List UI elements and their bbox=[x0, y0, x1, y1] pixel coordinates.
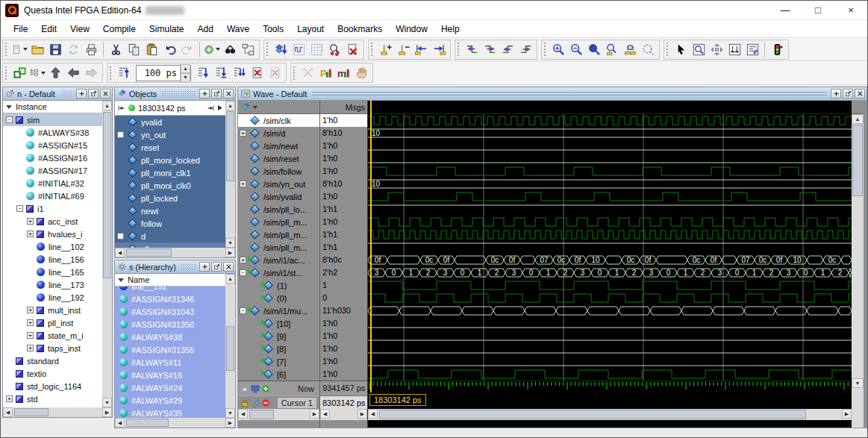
break-button[interactable] bbox=[248, 64, 266, 82]
previous-falling-edge-button[interactable] bbox=[463, 40, 481, 58]
dock-button[interactable] bbox=[76, 89, 87, 98]
process-item[interactable]: #ALWAYS#24 bbox=[115, 381, 225, 394]
expand-hierarchy-button[interactable] bbox=[239, 40, 257, 58]
objects-horizontal-scrollbar[interactable]: ◀ ▶ bbox=[115, 248, 235, 257]
zoom-select-button[interactable] bbox=[639, 40, 657, 58]
wave-signal-row[interactable]: (1) bbox=[238, 279, 319, 292]
close-button[interactable]: × bbox=[834, 1, 867, 20]
scroll-down-button[interactable]: ▼ bbox=[225, 238, 235, 248]
previous-transition-button[interactable] bbox=[412, 40, 430, 58]
scroll-left-button[interactable]: ◀ bbox=[368, 409, 378, 419]
undock-button[interactable] bbox=[88, 89, 99, 98]
undo-button[interactable] bbox=[160, 40, 178, 58]
tree-item[interactable]: #INITIAL#69 bbox=[3, 190, 102, 202]
scroll-left-button[interactable]: ◀ bbox=[115, 418, 125, 428]
scroll-up-button[interactable]: ▲ bbox=[225, 274, 235, 284]
cursor-row[interactable]: Cursor 1 bbox=[238, 395, 319, 410]
next-rising-edge-button[interactable] bbox=[516, 40, 534, 58]
run-length-input[interactable]: 100 ps▲▼ bbox=[136, 65, 191, 81]
dock-button[interactable] bbox=[199, 262, 210, 272]
tree-item[interactable]: std_logic_1164 bbox=[3, 380, 102, 392]
cursor-value[interactable]: 8303142 ps bbox=[320, 395, 367, 410]
zoom-between-cursors-button[interactable] bbox=[621, 40, 639, 58]
structure-vertical-scrollbar[interactable]: ▲ ▼ bbox=[102, 101, 112, 407]
expand-icon[interactable]: + bbox=[27, 332, 34, 339]
collapse-icon[interactable]: - bbox=[6, 116, 13, 123]
zoom-out-button[interactable] bbox=[567, 40, 585, 58]
wave-signal-row[interactable]: +/sim/yn_out bbox=[238, 178, 319, 190]
scroll-down-button[interactable]: ▼ bbox=[225, 408, 235, 418]
scroll-right-button[interactable]: ▶ bbox=[102, 407, 112, 417]
play-icon[interactable] bbox=[216, 104, 224, 112]
tree-item[interactable]: line__173 bbox=[3, 278, 102, 291]
object-item[interactable]: newt bbox=[115, 204, 225, 217]
tree-item[interactable]: line__102 bbox=[3, 240, 102, 253]
collapse-icon[interactable]: - bbox=[240, 307, 246, 314]
wave-signal-row[interactable]: /sim/follow bbox=[238, 165, 319, 178]
panel-grip[interactable] bbox=[60, 91, 72, 96]
pan-mode-button[interactable] bbox=[708, 40, 725, 58]
wave-cursor-line[interactable] bbox=[370, 101, 372, 392]
dock-button[interactable] bbox=[831, 89, 841, 98]
menu-item-file[interactable]: File bbox=[7, 22, 34, 37]
panel-grip[interactable] bbox=[181, 264, 196, 269]
expand-icon[interactable]: + bbox=[27, 345, 34, 351]
process-item[interactable]: line__192 bbox=[115, 287, 225, 292]
continue-run-button[interactable] bbox=[212, 64, 230, 82]
wave-signal-row[interactable]: /sim/pll_lo... bbox=[238, 203, 319, 216]
stop-button[interactable] bbox=[266, 64, 284, 82]
copy-button[interactable] bbox=[125, 40, 143, 58]
zoom-in-button[interactable] bbox=[549, 40, 567, 58]
tree-item[interactable]: line__156 bbox=[3, 253, 102, 266]
expand-icon[interactable]: + bbox=[6, 395, 13, 402]
tree-item[interactable]: +hvalues_i bbox=[3, 228, 102, 240]
names-horizontal-scrollbar[interactable]: ◀ ▶ bbox=[238, 409, 319, 420]
scroll-right-button[interactable]: ▶ bbox=[357, 409, 367, 419]
paste-button[interactable] bbox=[143, 40, 160, 58]
object-item[interactable]: +d bbox=[115, 230, 225, 243]
wave-pattern-button[interactable] bbox=[290, 40, 307, 58]
tree-item[interactable]: +mult_inst bbox=[3, 304, 102, 316]
waveform-traces[interactable]: 10100f0c0f0c0f070c0f100c0f0c0f070c0f100c… bbox=[368, 114, 852, 381]
previous-rising-edge-button[interactable] bbox=[499, 40, 516, 58]
hierarchy-vertical-scrollbar[interactable]: ▲ ▼ bbox=[225, 274, 235, 418]
toolbar-grip[interactable] bbox=[266, 43, 269, 56]
canvas-horizontal-scrollbar[interactable]: ◀ ▶ bbox=[368, 409, 852, 420]
cursor-mode-button[interactable] bbox=[725, 40, 743, 58]
open-file-button[interactable] bbox=[28, 40, 46, 58]
expand-icon[interactable]: + bbox=[117, 131, 124, 138]
expand-icon[interactable]: + bbox=[27, 218, 34, 225]
wave-signal-row[interactable]: /sim/clk bbox=[238, 114, 319, 127]
menu-item-tools[interactable]: Tools bbox=[256, 22, 290, 37]
undock-button[interactable] bbox=[843, 89, 853, 98]
wave-signal-row[interactable]: /sim/yvalid bbox=[238, 190, 319, 203]
tree-item[interactable]: #INITIAL#32 bbox=[3, 177, 102, 190]
object-item[interactable]: clk bbox=[115, 243, 225, 248]
scroll-up-button[interactable]: ▲ bbox=[852, 114, 864, 124]
collapse-icon[interactable]: - bbox=[240, 269, 246, 276]
zoom-mode-button[interactable] bbox=[690, 40, 708, 58]
wave-signal-row[interactable]: /sim/pll_m... bbox=[238, 241, 319, 254]
wave-vertical-scrollbar[interactable]: ▲ ▼ bbox=[852, 101, 864, 428]
wave-signal-row[interactable]: [7] bbox=[238, 355, 319, 368]
close-panel-button[interactable] bbox=[100, 89, 110, 98]
expand-icon[interactable]: + bbox=[27, 307, 34, 313]
filter-icon[interactable] bbox=[6, 105, 12, 109]
waveform-canvas[interactable]: 10100f0c0f0c0f070c0f100c0f0c0f070c0f100c… bbox=[368, 101, 852, 428]
lock-icon[interactable] bbox=[240, 398, 249, 407]
scroll-right-button[interactable]: ▶ bbox=[225, 248, 235, 257]
monitor-icon[interactable] bbox=[251, 384, 260, 393]
process-item[interactable]: #ALWAYS#35 bbox=[115, 407, 225, 418]
tree-item[interactable]: +taps_inst bbox=[3, 342, 102, 354]
next-transition-button[interactable] bbox=[430, 40, 448, 58]
wave-signal-row[interactable]: /sim/pll_m... bbox=[238, 216, 319, 228]
process-item[interactable]: #ALWAYS#29 bbox=[115, 394, 225, 407]
add-selected-button[interactable] bbox=[203, 40, 221, 58]
run-length-increase[interactable]: ▲ bbox=[181, 64, 190, 73]
wave-signal-row[interactable]: +/sim/i1/ac... bbox=[238, 254, 319, 266]
wave-signal-row[interactable]: /sim/newt bbox=[238, 140, 319, 152]
toolbar-grip[interactable] bbox=[293, 66, 296, 80]
close-panel-button[interactable] bbox=[855, 89, 865, 98]
msgs-header[interactable]: Msgs bbox=[320, 101, 367, 114]
wave-delete-button[interactable] bbox=[343, 40, 361, 58]
